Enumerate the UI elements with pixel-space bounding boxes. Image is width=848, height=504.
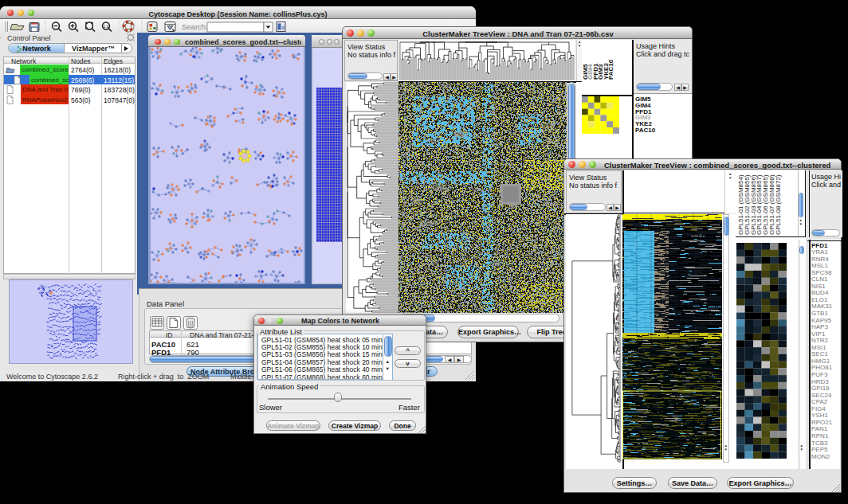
svg-text:1:1: 1:1 [104, 25, 109, 29]
svg-text:Search:: Search: [182, 22, 208, 31]
svg-text:GPL51-08 (GSM872): GPL51-08 (GSM872) [775, 174, 782, 235]
svg-text:PAC10: PAC10 [607, 59, 614, 80]
